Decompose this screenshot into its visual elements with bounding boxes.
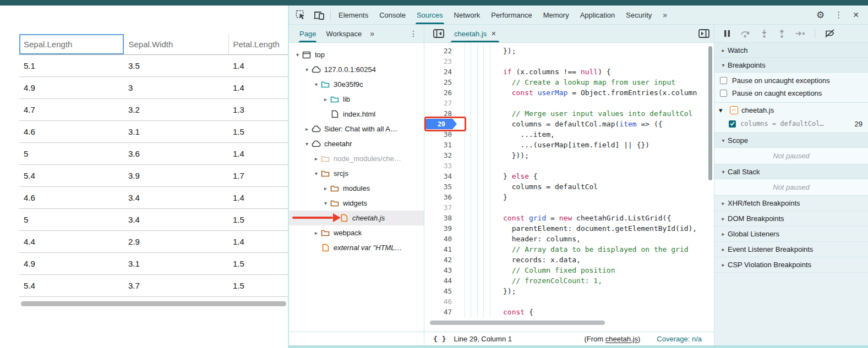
line-number[interactable]: 42 — [424, 256, 458, 264]
line-number[interactable]: 34 — [424, 172, 458, 180]
table-cell[interactable]: 1.4 — [228, 54, 288, 76]
inspect-icon[interactable] — [296, 10, 306, 20]
tab-sources[interactable]: Sources — [411, 5, 449, 24]
breakpoint-entry[interactable]: columns = defaultCol… 29 — [714, 117, 868, 130]
chevron-right-icon[interactable]: ▸ — [312, 230, 320, 236]
line-number[interactable]: 45 — [424, 287, 458, 295]
table-cell[interactable]: 1.5 — [228, 274, 288, 296]
table-cell[interactable]: 1.4 — [228, 76, 288, 98]
line-number[interactable]: 33 — [424, 162, 458, 170]
sidebar-section-dom-breakpoints[interactable]: ▸DOM Breakpoints — [714, 211, 868, 227]
table-cell[interactable]: 3.1 — [124, 252, 228, 274]
table-cell[interactable]: 1.4 — [228, 186, 288, 208]
scope-section-header[interactable]: ▾ Scope — [714, 133, 868, 148]
table-cell[interactable]: 3.4 — [124, 186, 228, 208]
table-cell[interactable]: 1.5 — [228, 120, 288, 142]
code-line[interactable]: 23 — [424, 56, 714, 67]
code-line[interactable]: 47const { — [424, 307, 714, 317]
chevron-right-icon[interactable]: ▸ — [303, 126, 311, 132]
show-debugger-panel-icon[interactable] — [694, 25, 714, 42]
code-line[interactable]: 30 ...item, — [424, 129, 714, 140]
line-number[interactable]: 35 — [424, 183, 458, 191]
kebab-menu-icon[interactable]: ⋮ — [834, 10, 843, 20]
navigator-tab-page[interactable]: Page — [294, 25, 321, 42]
hide-navigator-icon[interactable] — [429, 25, 449, 42]
code-line[interactable]: 29 columns = defaultCol.map(item => ({ — [424, 119, 714, 129]
table-cell[interactable]: 3.7 — [124, 274, 228, 296]
tree-item-srcjs[interactable]: ▾srcjs — [289, 166, 424, 181]
line-number[interactable]: 30 — [424, 130, 458, 139]
chevron-down-icon[interactable]: ▾ — [321, 200, 330, 206]
navigator-menu-icon[interactable]: ⋮ — [410, 25, 424, 42]
code-line[interactable]: 22}); — [424, 46, 714, 56]
table-cell[interactable]: 4.9 — [19, 252, 124, 274]
table-cell[interactable]: 2.9 — [124, 230, 228, 252]
deactivate-breakpoints-icon[interactable] — [825, 29, 836, 38]
table-cell[interactable]: 3.6 — [124, 142, 228, 164]
code-line[interactable]: 46 — [424, 296, 714, 307]
tab-console[interactable]: Console — [374, 5, 411, 24]
table-cell[interactable]: 5 — [19, 208, 124, 230]
table-cell[interactable]: 5.1 — [19, 54, 124, 76]
tab-network[interactable]: Network — [449, 5, 486, 24]
call-stack-section-header[interactable]: ▾ Call Stack — [714, 164, 868, 179]
line-number[interactable]: 22 — [424, 47, 458, 55]
table-cell[interactable]: 1.4 — [228, 230, 288, 252]
breakpoints-section-header[interactable]: ▾ Breakpoints — [714, 58, 868, 73]
table-cell[interactable]: 1.7 — [228, 164, 288, 186]
exception-option[interactable]: Pause on uncaught exceptions — [714, 74, 868, 87]
table-cell[interactable]: 3.2 — [124, 98, 228, 120]
code-line[interactable]: 33 — [424, 161, 714, 171]
checkbox[interactable] — [720, 77, 727, 84]
settings-gear-icon[interactable]: ⚙ — [816, 9, 825, 21]
chevron-down-icon[interactable]: ▾ — [312, 81, 320, 87]
tab-memory[interactable]: Memory — [538, 5, 575, 24]
sidebar-section-global-listeners[interactable]: ▸Global Listeners — [714, 227, 868, 242]
table-cell[interactable]: 5 — [19, 142, 124, 164]
chevron-right-icon[interactable]: ▸ — [321, 185, 330, 191]
chevron-right-icon[interactable]: ▸ — [321, 96, 330, 102]
pause-icon[interactable] — [723, 30, 731, 37]
code-line[interactable]: 26 const userMap = Object.fromEntries(x.… — [424, 87, 714, 98]
code-line[interactable]: 35 columns = defaultCol — [424, 181, 714, 192]
tree-item-127.0.0.1-60254[interactable]: ▾127.0.0.1:60254 — [289, 62, 424, 77]
tree-item-external-var-html-[interactable]: external var "HTML… — [289, 240, 424, 255]
code-line[interactable]: 36} — [424, 192, 714, 202]
code-line[interactable]: 25 // Create a lookup map from user inpu… — [424, 77, 714, 87]
close-icon[interactable]: ✕ — [853, 10, 859, 19]
navigator-more-tabs-icon[interactable]: » — [367, 25, 376, 42]
code-line[interactable]: 40 header: columns, — [424, 234, 714, 244]
code-line[interactable]: 28 // Merge user input values into defau… — [424, 108, 714, 119]
step-icon[interactable] — [795, 30, 805, 37]
code-line[interactable]: 31 ...(userMap[item.field] || {}) — [424, 140, 714, 150]
code-line[interactable]: 44 // frozenColCount: 1, — [424, 275, 714, 286]
step-over-icon[interactable] — [740, 30, 751, 38]
line-number[interactable]: 23 — [424, 57, 458, 65]
exception-option[interactable]: Pause on caught exceptions — [714, 87, 868, 100]
tree-item-top[interactable]: ▾top — [289, 47, 424, 62]
line-number[interactable]: 39 — [424, 224, 458, 233]
code-line[interactable]: 45}); — [424, 286, 714, 296]
line-number[interactable]: 25 — [424, 78, 458, 86]
chevron-down-icon[interactable]: ▾ — [293, 52, 302, 58]
tree-item-lib[interactable]: ▸lib — [289, 92, 424, 107]
line-number[interactable]: 27 — [424, 99, 458, 107]
tree-item-widgets[interactable]: ▾widgets — [289, 196, 424, 211]
table-cell[interactable]: 5.4 — [19, 274, 124, 296]
code-line[interactable]: 39 parentElement: document.getElementByI… — [424, 223, 714, 234]
tab-security[interactable]: Security — [620, 5, 657, 24]
page-horizontal-scrollbar[interactable] — [21, 301, 286, 306]
chevron-down-icon[interactable]: ▾ — [312, 170, 320, 176]
table-cell[interactable]: 4.4 — [19, 230, 124, 252]
line-number[interactable]: 37 — [424, 203, 458, 212]
step-out-icon[interactable] — [778, 29, 786, 38]
code-line[interactable]: 43 // Column fixed position — [424, 265, 714, 275]
source-origin-link[interactable]: cheetah.js — [605, 335, 638, 343]
table-cell[interactable]: 3.4 — [124, 208, 228, 230]
tree-item-cheetahr[interactable]: ▾cheetahr — [289, 136, 424, 151]
coverage-status[interactable]: Coverage: n/a — [657, 335, 702, 343]
code-line[interactable]: 42 records: x.data, — [424, 255, 714, 265]
line-number[interactable]: 44 — [424, 277, 458, 285]
tab-application[interactable]: Application — [575, 5, 621, 24]
code-line[interactable]: 34} else { — [424, 171, 714, 181]
